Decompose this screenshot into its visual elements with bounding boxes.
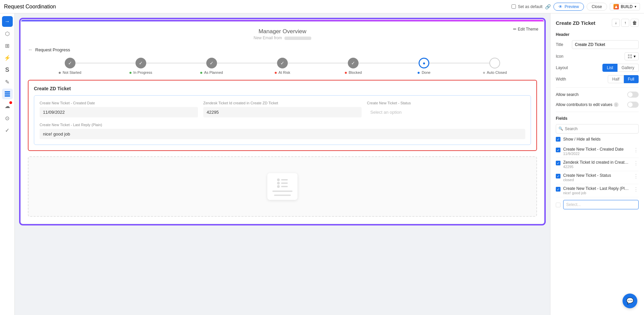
sidebar-item-circle[interactable]: ⊙: [2, 113, 13, 123]
topbar-right: Set as default 🔗 👁 Preview Close BUILD ▾: [512, 3, 640, 11]
dot-done: [418, 72, 420, 74]
info-icon[interactable]: i: [614, 102, 619, 107]
select-field-row: Select...: [556, 200, 639, 209]
fields-search-input[interactable]: [556, 124, 639, 134]
title-label: Title: [556, 42, 569, 47]
card-title: Manager Overview New Email from: [28, 28, 537, 40]
field-info-4: Create New Ticket - Last Reply (Plain) n…: [563, 186, 631, 195]
svg-marker-0: [615, 5, 618, 8]
card-subtitle: New Email from: [28, 36, 537, 40]
field-checkbox-1[interactable]: ✓: [556, 148, 560, 152]
layout-list-button[interactable]: List: [602, 64, 618, 72]
field-created-date-value: 11/09/2022: [40, 107, 198, 117]
width-buttons: Half Full: [608, 75, 639, 83]
redacted-text: [284, 37, 311, 40]
svg-rect-2: [5, 93, 10, 95]
sidebar-item-edit[interactable]: ✎: [2, 76, 13, 87]
step-not-started: ✓ Not Started: [35, 58, 105, 74]
progress-section: ↔ Request Progress ✓ Not Started: [28, 47, 537, 74]
field-menu-2[interactable]: ⋮: [633, 160, 639, 166]
field-name-4: Create New Ticket - Last Reply (Plain): [563, 186, 631, 191]
field-checkbox-3[interactable]: ✓: [556, 174, 560, 178]
field-info-1: Create New Ticket - Created Date 11/9/20…: [563, 147, 631, 156]
select-field-checkbox[interactable]: [556, 203, 560, 207]
sidebar-item-bolt[interactable]: ⚡: [2, 52, 13, 63]
edit-theme-button[interactable]: ✏ Edit Theme: [513, 27, 538, 32]
width-full-button[interactable]: Full: [624, 75, 639, 83]
allow-contributors-toggle[interactable]: [627, 102, 639, 108]
allow-contributors-label: Allow contributors to edit values: [556, 102, 612, 107]
width-half-button[interactable]: Half: [608, 75, 624, 83]
close-button[interactable]: Close: [587, 3, 607, 11]
field-last-reply-value: nice! good job: [40, 129, 525, 139]
layout-buttons: List Gallery: [602, 64, 639, 72]
zd-grid: Create New Ticket - Created Date 11/09/2…: [40, 101, 525, 117]
allow-contributors-label-wrap: Allow contributors to edit values i: [556, 102, 619, 107]
step-at-risk: ✓ At Risk: [247, 58, 318, 74]
step-done: ● Done: [389, 58, 460, 74]
set-default-checkbox[interactable]: [512, 4, 516, 9]
field-status-placeholder[interactable]: Select an option: [367, 107, 525, 117]
allow-search-toggle[interactable]: [627, 92, 639, 98]
sidebar-item-layers[interactable]: ⬡: [2, 28, 13, 39]
title-row: Title: [556, 40, 639, 49]
svg-point-4: [277, 178, 280, 181]
select-field-input[interactable]: Select...: [563, 200, 639, 209]
layout-row: Layout List Gallery: [556, 64, 639, 72]
field-menu-1[interactable]: ⋮: [633, 147, 639, 153]
allow-search-label: Allow search: [556, 92, 579, 97]
svg-rect-12: [628, 57, 630, 58]
field-item-3: ✓ Create New Ticket - Status closed ⋮: [556, 171, 639, 184]
dot-in-progress: [129, 72, 131, 74]
icon-label: Icon: [556, 54, 569, 59]
create-zd-inner: Create New Ticket - Created Date 11/09/2…: [34, 95, 531, 145]
show-hide-checkbox[interactable]: ✓: [556, 137, 560, 142]
sidebar-item-check[interactable]: ✓: [2, 125, 13, 136]
show-hide-row: ✓ Show / Hide all fields: [556, 137, 639, 142]
title-input[interactable]: [572, 40, 639, 49]
set-default-label[interactable]: Set as default: [512, 4, 542, 9]
field-name-1: Create New Ticket - Created Date: [563, 147, 631, 152]
link-icon[interactable]: 🔗: [545, 4, 551, 9]
list-icon: [276, 177, 289, 188]
width-label: Width: [556, 77, 569, 82]
svg-rect-5: [281, 179, 288, 180]
field-menu-3[interactable]: ⋮: [633, 173, 639, 179]
sidebar-top-button[interactable]: →: [2, 16, 13, 27]
field-ticket-id: Zendesk Ticket Id created in Create ZD T…: [203, 101, 362, 117]
icon-preview: [628, 54, 632, 59]
step-circle-not-started: ✓: [65, 58, 75, 68]
svg-rect-11: [630, 54, 632, 56]
icon-select[interactable]: ▾: [625, 52, 639, 60]
field-info-2: Zendesk Ticket Id created in Create ... …: [563, 160, 631, 169]
svg-rect-3: [5, 95, 10, 97]
field-checkbox-2[interactable]: ✓: [556, 161, 560, 165]
step-in-progress: ✓ In Progress: [105, 58, 176, 74]
field-ticket-id-value: 42295: [203, 107, 362, 117]
field-created-date: Create New Ticket - Created Date 11/09/2…: [40, 101, 198, 117]
move-down-button[interactable]: ↓: [612, 19, 620, 27]
sidebar-item-table[interactable]: [2, 89, 13, 99]
svg-rect-10: [628, 54, 630, 56]
fields-search-wrap: 🔍: [556, 124, 639, 134]
panel-title: Create ZD Ticket: [556, 20, 595, 26]
build-badge[interactable]: BUILD ▾: [610, 3, 640, 10]
sidebar-item-cloud[interactable]: ☁: [2, 101, 13, 111]
progress-steps: ✓ Not Started ✓ In Progress: [28, 58, 537, 74]
move-up-button[interactable]: ↑: [621, 19, 629, 27]
right-panel: Create ZD Ticket ↓ ↑ 🗑 Header Title Icon…: [550, 13, 644, 315]
field-item-4: ✓ Create New Ticket - Last Reply (Plain)…: [556, 184, 639, 197]
placeholder-line-1: [272, 191, 292, 192]
preview-button[interactable]: 👁 Preview: [553, 3, 584, 11]
field-checkbox-4[interactable]: ✓: [556, 187, 560, 192]
sidebar: → ⬡ ⊞ ⚡ S ✎ ☁ ⊙ ✓: [0, 13, 15, 315]
field-val-1: 11/9/2022: [563, 152, 631, 156]
field-menu-4[interactable]: ⋮: [633, 186, 639, 193]
chat-button[interactable]: 💬: [623, 294, 637, 308]
svg-rect-1: [5, 91, 10, 93]
sidebar-item-s[interactable]: S: [2, 64, 13, 75]
layout-gallery-button[interactable]: Gallery: [618, 64, 639, 72]
delete-button[interactable]: 🗑: [631, 19, 639, 27]
sidebar-item-grid[interactable]: ⊞: [2, 40, 13, 51]
topbar: Request Coordination Set as default 🔗 👁 …: [0, 0, 644, 13]
